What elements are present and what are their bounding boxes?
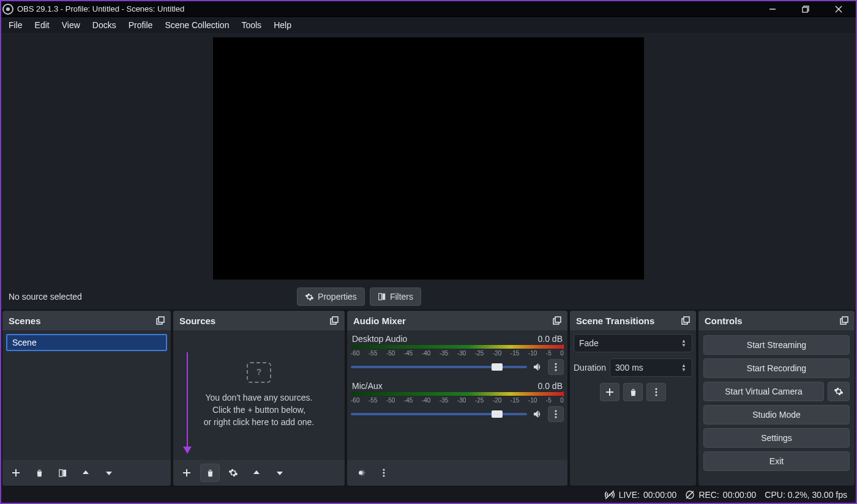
scene-up-button[interactable] bbox=[76, 464, 95, 482]
svg-point-26 bbox=[655, 388, 657, 390]
virtual-camera-settings-button[interactable] bbox=[828, 382, 850, 401]
popout-icon[interactable] bbox=[681, 316, 690, 325]
mixer-menu-button[interactable] bbox=[374, 464, 394, 482]
properties-button[interactable]: Properties bbox=[297, 287, 365, 306]
status-bar: LIVE: 00:00:00 REC: 00:00:00 CPU: 0.2%, … bbox=[1, 487, 856, 503]
svg-rect-14 bbox=[555, 317, 561, 322]
svg-point-27 bbox=[655, 391, 657, 393]
controls-dock: Controls Start Streaming Start Recording… bbox=[698, 311, 855, 486]
mixer-header[interactable]: Audio Mixer bbox=[347, 311, 567, 330]
speaker-icon[interactable] bbox=[532, 361, 543, 372]
menu-edit[interactable]: Edit bbox=[29, 18, 56, 32]
filters-icon bbox=[378, 292, 386, 301]
close-button[interactable] bbox=[830, 2, 847, 16]
start-recording-button[interactable]: Start Recording bbox=[703, 358, 850, 378]
scene-filter-button[interactable] bbox=[53, 464, 72, 482]
menu-file[interactable]: File bbox=[2, 18, 29, 32]
svg-point-21 bbox=[383, 469, 384, 470]
meter-ticks: -60-55-50-45-40-35-30-25-20-15-10-50 bbox=[351, 350, 564, 357]
exit-button[interactable]: Exit bbox=[703, 451, 850, 471]
volume-slider[interactable] bbox=[351, 413, 527, 415]
live-label: LIVE: bbox=[619, 490, 640, 500]
cpu-text: CPU: 0.2%, 30.00 fps bbox=[765, 490, 847, 500]
meter-ticks: -60-55-50-45-40-35-30-25-20-15-10-50 bbox=[351, 397, 564, 404]
svg-rect-25 bbox=[684, 317, 689, 322]
svg-point-28 bbox=[655, 394, 657, 396]
menu-profile[interactable]: Profile bbox=[122, 18, 159, 32]
popout-icon[interactable] bbox=[156, 316, 165, 325]
filters-button[interactable]: Filters bbox=[370, 287, 421, 306]
duration-value: 300 ms bbox=[615, 363, 643, 372]
duration-input[interactable]: 300 ms ▲▼ bbox=[610, 358, 692, 377]
chevron-down-icon[interactable]: ▼ bbox=[681, 368, 687, 372]
transition-select[interactable]: Fade ▲▼ bbox=[574, 334, 692, 352]
scene-item[interactable]: Scene bbox=[6, 334, 167, 351]
sources-placeholder-icon: ? bbox=[247, 362, 271, 383]
add-transition-button[interactable] bbox=[600, 383, 619, 401]
scenes-header[interactable]: Scenes bbox=[2, 311, 171, 330]
transition-menu-button[interactable] bbox=[646, 383, 666, 401]
svg-point-17 bbox=[555, 369, 556, 371]
audio-meter bbox=[351, 392, 564, 396]
settings-button[interactable]: Settings bbox=[703, 428, 850, 448]
titlebar: OBS 29.1.3 - Profile: Untitled - Scenes:… bbox=[1, 1, 856, 17]
remove-transition-button[interactable] bbox=[623, 383, 643, 401]
svg-point-18 bbox=[555, 410, 556, 412]
menubar: File Edit View Docks Profile Scene Colle… bbox=[1, 17, 856, 33]
broadcast-icon bbox=[604, 489, 615, 500]
start-virtual-camera-button[interactable]: Start Virtual Camera bbox=[703, 382, 824, 401]
remove-scene-button[interactable] bbox=[29, 464, 49, 482]
studio-mode-button[interactable]: Studio Mode bbox=[703, 405, 850, 424]
gear-icon bbox=[834, 387, 844, 396]
svg-point-20 bbox=[555, 416, 556, 418]
sources-header[interactable]: Sources bbox=[173, 311, 345, 330]
menu-tools[interactable]: Tools bbox=[235, 18, 268, 32]
app-logo-icon bbox=[2, 4, 13, 15]
source-up-button[interactable] bbox=[247, 464, 266, 482]
popout-icon[interactable] bbox=[330, 316, 339, 325]
preview-area[interactable] bbox=[1, 33, 856, 284]
hint-arrow-icon bbox=[187, 352, 188, 450]
channel-menu-button[interactable] bbox=[548, 359, 564, 375]
window-title: OBS 29.1.3 - Profile: Untitled - Scenes:… bbox=[17, 4, 184, 13]
add-scene-button[interactable] bbox=[6, 464, 26, 482]
maximize-button[interactable] bbox=[797, 2, 814, 16]
mixer-advanced-button[interactable] bbox=[351, 464, 370, 482]
transitions-dock: Scene Transitions Fade ▲▼ Duration 300 m… bbox=[570, 311, 696, 486]
sources-empty-state[interactable]: ? You don't have any sources. Click the … bbox=[177, 334, 341, 456]
channel-menu-button[interactable] bbox=[548, 406, 564, 422]
chevron-down-icon[interactable]: ▼ bbox=[681, 344, 687, 347]
popout-icon[interactable] bbox=[553, 316, 561, 325]
svg-point-19 bbox=[555, 413, 556, 415]
svg-point-23 bbox=[383, 475, 384, 476]
source-down-button[interactable] bbox=[270, 464, 290, 482]
pause-icon bbox=[685, 490, 695, 500]
minimize-button[interactable] bbox=[764, 2, 781, 16]
start-streaming-button[interactable]: Start Streaming bbox=[703, 335, 850, 355]
popout-icon[interactable] bbox=[840, 316, 848, 325]
transitions-header[interactable]: Scene Transitions bbox=[570, 311, 696, 330]
menu-scene-collection[interactable]: Scene Collection bbox=[159, 18, 235, 32]
speaker-icon[interactable] bbox=[532, 409, 543, 420]
remove-source-button[interactable] bbox=[200, 464, 220, 482]
status-rec: REC: 00:00:00 bbox=[685, 490, 756, 500]
gear-icon bbox=[305, 292, 314, 302]
preview-canvas[interactable] bbox=[213, 37, 644, 280]
controls-header[interactable]: Controls bbox=[698, 311, 855, 330]
svg-point-22 bbox=[383, 472, 384, 473]
transitions-title: Scene Transitions bbox=[576, 316, 654, 326]
scene-down-button[interactable] bbox=[99, 464, 119, 482]
no-source-label: No source selected bbox=[9, 292, 82, 302]
menu-help[interactable]: Help bbox=[268, 18, 298, 32]
mixer-title: Audio Mixer bbox=[353, 316, 406, 326]
audio-mixer-dock: Audio Mixer Desktop Audio 0.0 dB -60-55-… bbox=[347, 311, 567, 486]
menu-docks[interactable]: Docks bbox=[86, 18, 122, 32]
volume-slider[interactable] bbox=[351, 366, 527, 368]
sources-title: Sources bbox=[179, 316, 215, 326]
svg-rect-6 bbox=[382, 294, 385, 300]
scenes-dock: Scenes Scene bbox=[2, 311, 171, 486]
add-source-button[interactable] bbox=[177, 464, 196, 482]
menu-view[interactable]: View bbox=[56, 18, 86, 32]
rec-time: 00:00:00 bbox=[723, 490, 757, 500]
source-properties-button[interactable] bbox=[223, 464, 243, 482]
